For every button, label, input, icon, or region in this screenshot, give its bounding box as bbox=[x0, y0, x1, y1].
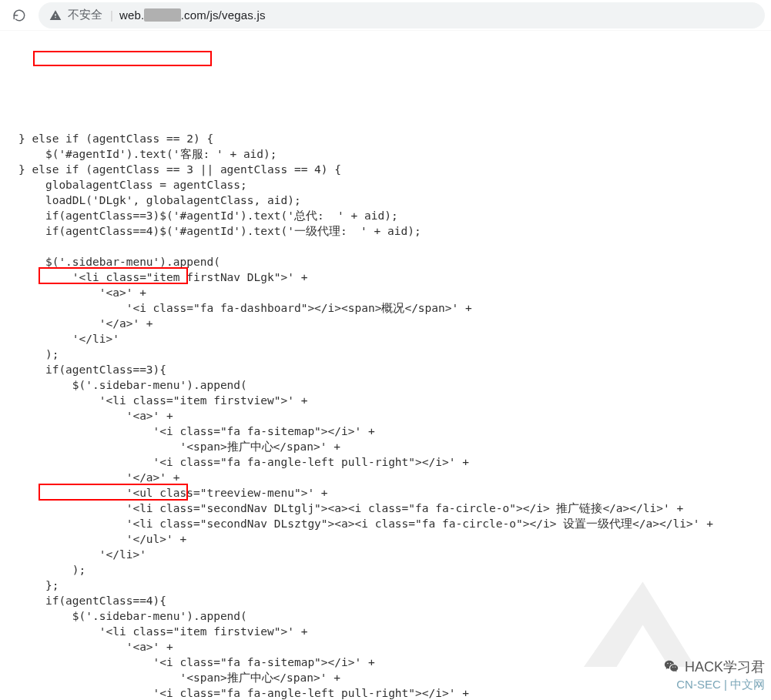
browser-address-bar: 不安全 | web.████.com/js/vegas.js bbox=[0, 0, 771, 31]
reload-icon bbox=[12, 8, 26, 22]
url-divider: | bbox=[110, 8, 113, 22]
code-source-view[interactable]: } else if (agentClass == 2) { $('#agentI… bbox=[0, 31, 771, 700]
url-field[interactable]: 不安全 | web.████.com/js/vegas.js bbox=[39, 2, 765, 28]
reload-button[interactable] bbox=[6, 2, 32, 28]
code-content: } else if (agentClass == 2) { $('#agentI… bbox=[18, 131, 753, 700]
url-hidden-segment: ████ bbox=[144, 8, 180, 22]
url-text: web.████.com/js/vegas.js bbox=[119, 8, 266, 22]
highlight-box-1 bbox=[33, 51, 212, 66]
warning-icon bbox=[49, 9, 62, 22]
not-secure-label: 不安全 bbox=[68, 8, 102, 22]
